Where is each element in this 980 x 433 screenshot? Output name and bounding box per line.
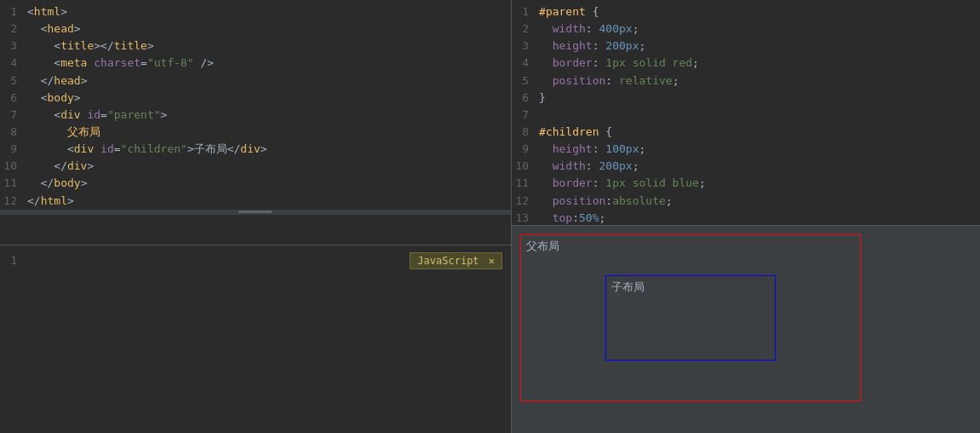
line-number: 7 (3, 107, 27, 124)
line-content: <title></title> (27, 38, 507, 55)
html-line: 2 <head> (0, 20, 511, 38)
css-line: 2 width: 400px; (512, 20, 980, 38)
line-number: 6 (3, 89, 27, 107)
line-number: 13 (515, 210, 539, 226)
html-editor[interactable]: 1<html>2 <head>3 <title></title>4 <meta … (0, 0, 511, 245)
parent-box: 父布局 子布局 (520, 234, 861, 401)
line-number: 1 (3, 3, 27, 20)
child-box: 子布局 (605, 275, 776, 361)
css-editor[interactable]: 1#parent {2 width: 400px;3 height: 200px… (512, 0, 980, 226)
js-editor[interactable]: 1 JavaScript ✕ (0, 245, 511, 433)
right-panel: 1#parent {2 width: 400px;3 height: 200px… (512, 0, 980, 433)
line-content: <div id="children">子布局</div> (27, 141, 507, 158)
html-line: 6 <body> (0, 89, 511, 107)
parent-label: 父布局 (521, 235, 860, 257)
line-content: border: 1px solid blue; (539, 175, 977, 192)
line-number: 9 (515, 141, 539, 158)
line-number: 4 (3, 55, 27, 72)
line-content: width: 400px; (539, 20, 977, 38)
line-content: height: 100px; (539, 141, 977, 158)
line-content: </html> (27, 193, 507, 210)
line-number: 12 (515, 193, 539, 210)
line-content: 父布局 (27, 124, 507, 141)
line-content (539, 107, 977, 124)
html-code-area: 1<html>2 <head>3 <title></title>4 <meta … (0, 3, 511, 210)
css-line: 3 height: 200px; (512, 38, 980, 55)
line-number: 4 (515, 55, 539, 72)
main-container: 1<html>2 <head>3 <title></title>4 <meta … (0, 0, 980, 433)
line-content: position:absolute; (539, 193, 977, 210)
line-content: </body> (27, 175, 507, 192)
css-line: 12 position:absolute; (512, 193, 980, 210)
line-number: 10 (3, 158, 27, 175)
css-code-area: 1#parent {2 width: 400px;3 height: 200px… (512, 3, 980, 226)
html-line: 1<html> (0, 3, 511, 20)
line-number: 11 (3, 175, 27, 192)
html-line: 8 父布局 (0, 124, 511, 141)
css-line: 6} (512, 89, 980, 107)
line-number: 3 (3, 38, 27, 55)
line-content: <div id="parent"> (27, 107, 507, 124)
line-content: height: 200px; (539, 38, 977, 55)
line-content: <head> (27, 20, 507, 38)
js-line-number: 1 (3, 252, 27, 269)
css-line: 11 border: 1px solid blue; (512, 175, 980, 192)
css-line: 13 top:50%; (512, 210, 980, 226)
html-line: 5 </head> (0, 72, 511, 89)
js-badge: JavaScript ✕ (410, 252, 502, 269)
line-number: 12 (3, 193, 27, 210)
line-number: 8 (3, 124, 27, 141)
line-content: top:50%; (539, 210, 977, 226)
css-line: 10 width: 200px; (512, 158, 980, 175)
line-content: <body> (27, 89, 507, 107)
line-content: #children { (539, 124, 977, 141)
line-content: <html> (27, 3, 507, 20)
html-line: 4 <meta charset="utf-8" /> (0, 55, 511, 72)
html-line: 3 <title></title> (0, 38, 511, 55)
html-line: 9 <div id="children">子布局</div> (0, 141, 511, 158)
html-line: 11 </body> (0, 175, 511, 192)
line-content: } (539, 89, 977, 107)
line-number: 10 (515, 158, 539, 175)
line-number: 2 (3, 20, 27, 38)
left-panel: 1<html>2 <head>3 <title></title>4 <meta … (0, 0, 512, 433)
css-line: 8#children { (512, 124, 980, 141)
line-number: 1 (515, 3, 539, 20)
css-line: 4 border: 1px solid red; (512, 55, 980, 72)
line-content: #parent { (539, 3, 977, 20)
line-number: 6 (515, 89, 539, 107)
line-content: <meta charset="utf-8" /> (27, 55, 507, 72)
css-line: 5 position: relative; (512, 72, 980, 89)
css-line: 9 height: 100px; (512, 141, 980, 158)
preview-panel: 父布局 子布局 (512, 226, 980, 433)
line-content: position: relative; (539, 72, 977, 89)
html-line: 12</html> (0, 193, 511, 210)
line-number: 2 (515, 20, 539, 38)
css-line: 1#parent { (512, 3, 980, 20)
line-number: 3 (515, 38, 539, 55)
css-line: 7 (512, 107, 980, 124)
line-number: 11 (515, 175, 539, 192)
line-number: 5 (515, 72, 539, 89)
line-content: </div> (27, 158, 507, 175)
html-line: 10 </div> (0, 158, 511, 175)
line-content: width: 200px; (539, 158, 977, 175)
line-content: </head> (27, 72, 507, 89)
html-line: 7 <div id="parent"> (0, 107, 511, 124)
child-label: 子布局 (606, 276, 650, 298)
line-number: 8 (515, 124, 539, 141)
line-content: border: 1px solid red; (539, 55, 977, 72)
line-number: 9 (3, 141, 27, 158)
line-number: 5 (3, 72, 27, 89)
line-number: 7 (515, 107, 539, 124)
